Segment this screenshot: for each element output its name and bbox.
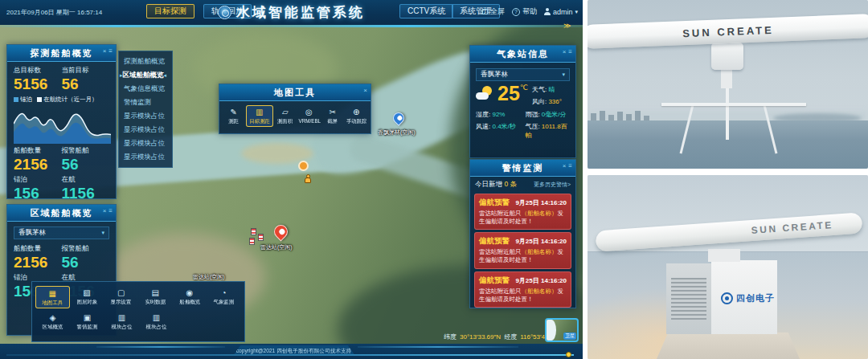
toolbar-module-placeholder[interactable]: ▥模块占位 [104, 311, 139, 332]
scissors-icon: ✂ [321, 108, 344, 117]
display-icon: ▢ [104, 288, 138, 298]
menu-item-module-placeholder[interactable]: 显示模块占位 [119, 137, 172, 150]
alert-type: 偏航预警 [479, 275, 510, 286]
stat-label: 报警船舶 [62, 146, 110, 156]
more-history-link[interactable]: 更多历史警情> [534, 181, 571, 189]
photo-radar-pedestal [711, 43, 743, 70]
radar-station-label-blue: 香飘茅林(空闲) [378, 129, 416, 137]
tool-measure-area[interactable]: ▱测面积 [273, 108, 297, 124]
legend-swatch-anchored [14, 97, 18, 102]
panel-map-tools: 地图工具 × ✎测距 ▥目标测距 ▱测面积 ◎VRM/EBL ✂截屏 ⊕手动跟踪 [219, 84, 371, 134]
sun-cloud-icon [476, 86, 493, 102]
buoy-flag-icon [249, 238, 255, 245]
alert-card[interactable]: 偏航预警9月25日 14:16:20 雷达站附近船只（船舶名称）发生偏航请及时处… [474, 271, 571, 308]
timeline-slider[interactable] [6, 354, 574, 356]
close-icon[interactable]: × [103, 48, 107, 55]
pencil-icon: ✎ [222, 108, 245, 117]
panel-header: 地图工具 × [219, 84, 371, 101]
close-icon[interactable]: × [103, 208, 107, 214]
user-menu[interactable]: admin▾ [544, 8, 578, 16]
toolbar-region-overview[interactable]: ◈区域概览 [35, 311, 70, 332]
alert-time: 9月25日 14:16:20 [515, 276, 567, 285]
radar-station-label-bottom: 雷达站(空闲) [193, 273, 225, 281]
menu-item-weather-info[interactable]: 气象信息概览 [119, 82, 172, 96]
arrow-left-icon: ◂ [164, 72, 167, 78]
close-icon[interactable]: × [563, 49, 567, 55]
tool-screenshot[interactable]: ✂截屏 [321, 108, 344, 124]
alert-card[interactable]: 偏航预警9月25日 14:16:20 雷达站附近船只（船舶名称）发生偏航请及时处… [474, 194, 571, 230]
fullscreen-button[interactable]: 全屏 [482, 6, 505, 17]
chevron-down-icon: ▾ [101, 230, 104, 236]
app-title: 水域智能监管系统 [236, 3, 365, 22]
collapse-icon[interactable]: ≡ [108, 208, 113, 214]
camera-marker-icon[interactable] [298, 161, 309, 171]
panel-title: 警情监测 [502, 162, 544, 174]
stat-label: 当前目标 [62, 66, 110, 75]
alert-time: 9月25日 14:16:20 [515, 198, 567, 207]
menu-item-detected-ships[interactable]: 探测船舶概览 [119, 55, 172, 68]
toolbar-layer-objects[interactable]: ▧图层对象 [70, 286, 104, 308]
region-select[interactable]: 香飘茅林 ▾ [14, 226, 109, 239]
close-icon[interactable]: × [363, 88, 367, 94]
toolbar-module-placeholder[interactable]: ▥模块占位 [139, 311, 174, 332]
alarm-icon: ▣ [70, 312, 104, 323]
tool-manual-track[interactable]: ⊕手动跟踪 [345, 108, 368, 124]
toolbar-map-tools[interactable]: ▦地图工具 [35, 286, 70, 308]
company-name-text: 四创电子 [736, 292, 775, 304]
weather-station-select[interactable]: 香飘茅林 ▾ [476, 68, 570, 81]
tool-vrm-ebl[interactable]: ◎VRM/EBL [297, 108, 321, 124]
stat-label: 船舶数量 [14, 146, 62, 156]
chevron-down-icon: ▾ [562, 71, 565, 78]
data-list-icon: ▤ [138, 288, 173, 298]
temperature-value: 25 [497, 82, 520, 104]
today-new-label: 今日新增 [475, 180, 502, 188]
weather-field-value: 晴 [548, 86, 555, 93]
chart-legend: 锚泊 在航统计（近一月） [14, 96, 109, 104]
timeline-slider-knob[interactable] [566, 352, 571, 357]
latitude-label: 纬度 [444, 332, 457, 341]
close-icon[interactable]: × [563, 163, 567, 169]
nav-tab-track-replay[interactable]: 轨迹回放 [203, 4, 252, 18]
toolbar-realtime-data[interactable]: ▤实时数据 [138, 286, 173, 308]
toolbar-weather-monitor[interactable]: ◔气象监测 [207, 286, 241, 308]
menu-item-region-ships[interactable]: ▸区域船舶概览◂ [119, 68, 172, 82]
temperature-unit: ℃ [520, 84, 528, 92]
help-button[interactable]: ?帮助 [512, 6, 537, 17]
photo-harbor-silhouette [591, 109, 711, 120]
stat-value: 2156 [14, 157, 62, 173]
toolbar-ship-overview[interactable]: ◉船舶概览 [173, 286, 207, 308]
panel-detected-ships: 探测船舶概览 ×≡ 总目标数5156 当前目标56 锚泊 在航统计（近一月） 船… [6, 44, 117, 199]
collapse-icon[interactable]: ≡ [108, 48, 113, 55]
stat-label: 在航 [62, 175, 110, 185]
person-marker-icon[interactable] [305, 174, 311, 183]
collapse-icon[interactable]: ≡ [568, 163, 572, 169]
collapse-icon[interactable]: ≡ [568, 49, 572, 55]
toolbar-alert-monitor[interactable]: ▣警情监测 [70, 311, 104, 332]
map-tools-icon: ▦ [36, 288, 69, 299]
panel-header: 警情监测 ×≡ [470, 160, 575, 177]
minimap-overview[interactable]: 卫星 [545, 318, 579, 342]
menu-item-module-placeholder[interactable]: 显示模块占位 [119, 109, 172, 123]
nav-tab-cctv-system[interactable]: CCTV系统 [399, 4, 453, 18]
tool-target-ranging[interactable]: ▥目标测距 [246, 105, 273, 127]
menu-item-module-placeholder[interactable]: 显示模块占位 [119, 150, 172, 164]
legend-swatch-underway [37, 97, 42, 102]
tool-measure-distance[interactable]: ✎测距 [222, 108, 245, 124]
menu-item-module-placeholder[interactable]: 显示模块占位 [119, 123, 172, 137]
decor-arrows-icon: ≫ [563, 22, 571, 30]
copyright-text: copyright@2021 四创电子股份有限公司技术支持 [236, 347, 351, 355]
photo-radar-antenna-top: SUN CREATE [588, 0, 868, 169]
panel-header: 探测船舶概览 ×≡ [7, 45, 116, 62]
fullscreen-icon [482, 9, 488, 14]
help-icon: ? [512, 8, 520, 16]
menu-item-alert-monitor[interactable]: 警情监测 [119, 96, 172, 109]
toolbar-display-settings[interactable]: ▢显示设置 [104, 286, 138, 308]
polygon-icon: ▱ [273, 108, 297, 117]
datetime-text: 2021年09月06日 星期一 16:57:14 [6, 8, 102, 17]
user-icon [544, 8, 551, 15]
alert-card[interactable]: 偏航预警9月25日 14:16:20 雷达站附近船只（船舶名称）发生偏航请及时处… [474, 232, 571, 268]
crosshair-icon: ⊕ [345, 108, 368, 117]
module-icon: ▥ [104, 312, 139, 323]
fullscreen-label: 全屏 [490, 6, 505, 17]
nav-tab-target-detection[interactable]: 目标探测 [146, 4, 194, 18]
